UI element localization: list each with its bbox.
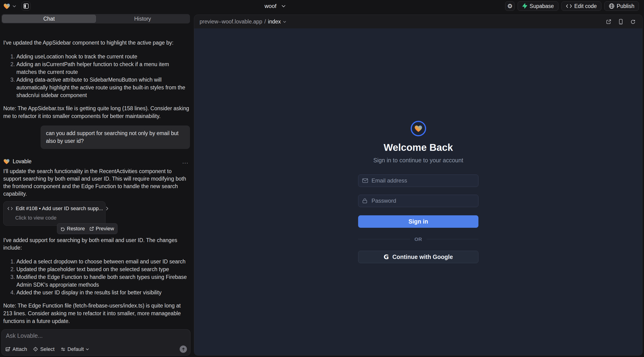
assistant-header: Lovable ... [3, 158, 190, 165]
project-name[interactable]: woof [264, 3, 276, 10]
lovable-heart-avatar-icon [3, 158, 10, 164]
chat-history-tabs: Chat History [2, 14, 190, 24]
user-message-bubble: can you add support for searching not on… [40, 126, 190, 149]
edit-version-card[interactable]: Edit #108 • Add user ID search supp... C… [3, 201, 106, 226]
restore-icon [60, 226, 65, 231]
list-item: Adding useLocation hook to track the cur… [16, 53, 190, 60]
chat-message-list[interactable]: I've updated the AppSidebar component to… [0, 36, 192, 329]
signin-card: Welcome Back Sign in to continue to your… [358, 121, 478, 263]
list-item: Added a select dropdown to choose betwee… [16, 258, 190, 266]
logo-chevron-down-icon[interactable] [13, 5, 16, 7]
open-in-new-tab-icon[interactable] [606, 19, 611, 24]
list-item: Adding an isCurrentPath helper function … [16, 60, 190, 76]
edit-code-button[interactable]: Edit code [562, 2, 601, 11]
preview-url-bar: preview--woof.lovable.app / index [194, 15, 642, 28]
google-button-label: Continue with Google [392, 254, 453, 260]
url-chevron-down-icon[interactable] [283, 21, 286, 23]
password-field[interactable] [358, 195, 478, 207]
lovable-heart-logo-icon[interactable] [3, 3, 10, 10]
list-item: Adding data-active attribute to SidebarM… [16, 76, 190, 99]
sidebar-toggle-button[interactable] [22, 2, 30, 10]
project-chevron-down-icon[interactable] [282, 5, 286, 7]
list-item: Updated the placeholder text based on th… [16, 266, 190, 273]
select-label: Select [40, 346, 54, 352]
mobile-view-icon[interactable] [619, 19, 623, 24]
restore-label: Restore [67, 225, 85, 232]
attach-image-icon [6, 347, 10, 352]
version-actions-toolbar: Restore Preview [57, 223, 118, 234]
sliders-icon [61, 347, 66, 352]
supabase-label: Supabase [530, 3, 554, 10]
globe-icon [609, 3, 614, 9]
email-field-wrapper [358, 174, 478, 187]
restore-button[interactable]: Restore [60, 225, 85, 232]
publish-button[interactable]: Publish [604, 2, 639, 11]
preview-url-host[interactable]: preview--woof.lovable.app [200, 18, 262, 25]
composer: Attach Select Default [2, 329, 190, 356]
app-logo [411, 121, 426, 136]
assistant-message-intro-2: I'll update the search functionality in … [3, 168, 190, 198]
message-menu-ellipsis-icon[interactable]: ... [182, 158, 188, 165]
preview-url-separator: / [264, 18, 266, 25]
assistant-message-list: Adding useLocation hook to track the cur… [3, 53, 190, 99]
tab-history[interactable]: History [96, 15, 189, 23]
sign-in-button[interactable]: Sign in [358, 215, 478, 228]
send-button[interactable] [180, 346, 187, 353]
publish-label: Publish [617, 3, 634, 10]
supabase-bolt-icon [522, 3, 527, 9]
mode-label: Default [68, 346, 84, 352]
preview-button[interactable]: Preview [90, 225, 114, 232]
google-g-icon: G [384, 253, 389, 260]
gear-icon: ⚙ [507, 3, 512, 9]
topbar: woof ⚙ Supabase Edit code Publish [0, 0, 644, 12]
assistant-message-intro: I've updated the AppSidebar component to… [3, 39, 190, 46]
email-field[interactable] [358, 175, 478, 187]
preview-url-page[interactable]: index [268, 18, 281, 25]
attach-label: Attach [12, 346, 27, 352]
preview-label: Preview [96, 225, 114, 232]
select-element-button[interactable]: Select [33, 346, 54, 352]
edit-code-label: Edit code [574, 3, 597, 10]
assistant-note-2: Note: The Edge Function file (fetch-fire… [3, 302, 190, 325]
continue-with-google-button[interactable]: G Continue with Google [358, 251, 478, 263]
chat-panel: Chat History I've updated the AppSidebar… [0, 12, 192, 357]
list-item: Modified the Edge Function to handle bot… [16, 273, 190, 289]
page-title: Welcome Back [384, 142, 453, 153]
assistant-name: Lovable [13, 158, 32, 165]
supabase-button[interactable]: Supabase [518, 2, 558, 11]
preview-viewport: Welcome Back Sign in to continue to your… [194, 28, 642, 355]
page-subtitle: Sign in to continue to your account [373, 157, 464, 164]
refresh-icon[interactable] [630, 19, 635, 24]
assistant-note: Note: The AppSidebar.tsx file is getting… [3, 104, 190, 120]
password-field-wrapper [358, 195, 478, 207]
or-label: OR [414, 236, 422, 242]
assistant-message-list-2: Added a select dropdown to choose betwee… [3, 258, 190, 296]
attach-button[interactable]: Attach [6, 346, 27, 352]
heart-icon [414, 124, 422, 132]
code-icon [7, 207, 13, 210]
list-item: Added the user ID display in the results… [16, 289, 190, 296]
chat-input[interactable] [6, 332, 186, 339]
preview-panel: preview--woof.lovable.app / index Welcom… [194, 14, 642, 356]
assistant-message-body: I've added support for searching by both… [3, 236, 190, 252]
tab-chat[interactable]: Chat [2, 15, 96, 23]
external-link-icon [90, 226, 94, 231]
mode-selector[interactable]: Default [61, 346, 89, 352]
chevron-down-icon [86, 348, 89, 350]
target-icon [33, 347, 38, 352]
edit-card-subtitle: Click to view code [15, 214, 102, 222]
edit-card-title: Edit #108 • Add user ID search supp... [16, 205, 103, 212]
lock-icon [362, 198, 367, 204]
or-divider: OR [358, 236, 478, 242]
settings-button[interactable]: ⚙ [505, 2, 514, 11]
envelope-icon [362, 178, 368, 183]
code-brackets-icon [566, 4, 572, 8]
chevron-right-icon[interactable] [106, 206, 108, 211]
